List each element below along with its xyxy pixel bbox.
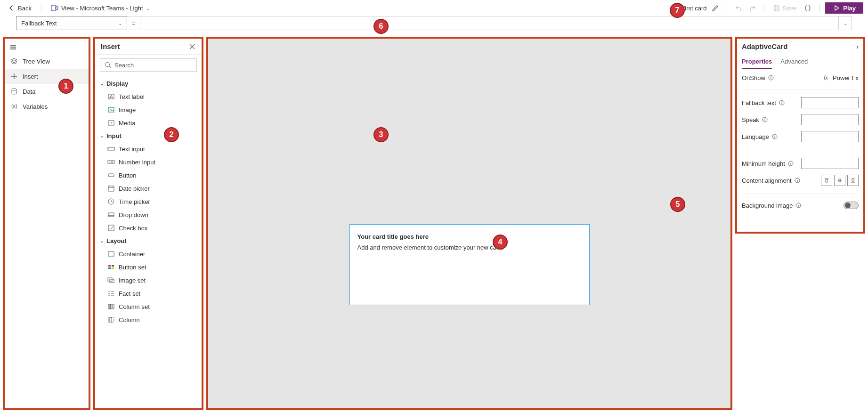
align-top-button[interactable] (821, 175, 832, 186)
item-fact-set[interactable]: Fact set (97, 287, 200, 300)
item-label: Date picker (119, 185, 150, 192)
redo-button[interactable] (747, 2, 758, 14)
prop-label: Background image (742, 202, 793, 209)
group-layout[interactable]: ⌄Layout (97, 235, 200, 247)
svg-text:123: 123 (109, 161, 114, 163)
align-middle-button[interactable] (834, 175, 845, 186)
formula-input[interactable] (140, 16, 839, 30)
nav-insert[interactable]: Insert (5, 69, 89, 84)
item-text-label[interactable]: Text label (97, 90, 200, 103)
prop-label: OnShow (742, 74, 765, 81)
background-image-toggle[interactable] (844, 202, 859, 209)
container-icon (107, 250, 115, 258)
insert-header: Insert (95, 39, 202, 55)
back-button[interactable]: Back (5, 3, 34, 13)
alignment-group (821, 175, 859, 186)
info-icon (795, 202, 801, 208)
play-button[interactable]: Play (825, 2, 863, 14)
insert-body: ⌄Display Text label Image Media ⌄Input T… (95, 75, 202, 408)
group-label: Layout (106, 237, 127, 244)
fallback-text-input[interactable] (801, 97, 859, 108)
item-date-picker[interactable]: Date picker (97, 182, 200, 195)
variable-icon (10, 103, 18, 110)
formula-property-dropdown[interactable]: Fallback Text ⌄ (16, 16, 127, 30)
undo-button[interactable] (733, 2, 744, 14)
item-drop-down[interactable]: Drop down (97, 208, 200, 221)
prop-label: Content alignment (742, 177, 792, 184)
item-label: Check box (119, 225, 147, 232)
prop-fallback-text: Fallback text (742, 97, 859, 108)
prop-label: Fallback text (742, 99, 776, 106)
item-image-set[interactable]: Image set (97, 274, 200, 287)
svg-rect-11 (108, 174, 114, 177)
group-display[interactable]: ⌄Display (97, 77, 200, 90)
image-icon (107, 106, 115, 113)
column-icon (107, 316, 115, 324)
svg-rect-20 (112, 267, 114, 269)
powerfx-label[interactable]: Power Fx (833, 74, 859, 81)
search-icon (104, 61, 112, 69)
braces-icon (804, 4, 811, 12)
properties-header: AdaptiveCard › (737, 39, 863, 54)
canvas[interactable]: Your card title goes here Add and remove… (206, 37, 732, 410)
nav-data[interactable]: Data (5, 84, 89, 99)
insert-search[interactable]: Search (100, 58, 197, 72)
item-container[interactable]: Container (97, 247, 200, 260)
item-text-input[interactable]: Text input (97, 142, 200, 155)
min-height-input[interactable] (801, 158, 859, 169)
item-button-set[interactable]: Button set (97, 260, 200, 274)
speak-input[interactable] (801, 114, 859, 125)
annotation-badge-3: 3 (373, 127, 389, 142)
code-button[interactable] (802, 2, 813, 14)
columnset-icon (107, 303, 115, 310)
textlabel-icon (107, 93, 115, 100)
annotation-badge-1: 1 (58, 79, 73, 94)
chevron-right-icon[interactable]: › (856, 43, 859, 50)
card-subtitle: Add and remove element to customize your… (357, 244, 582, 251)
nav-tree-view[interactable]: Tree View (5, 54, 89, 69)
align-bottom-button[interactable] (847, 175, 859, 186)
search-placeholder: Search (114, 62, 134, 69)
edit-name-button[interactable] (710, 2, 721, 14)
chevron-down-icon: ⌄ (100, 81, 104, 86)
formula-expand-button[interactable]: ⌄ (839, 16, 852, 30)
formula-bar: Fallback Text ⌄ = ⌄ (0, 16, 868, 30)
prop-speak: Speak (742, 114, 859, 125)
insert-panel: Insert Search ⌄Display Text label Image … (93, 37, 203, 410)
annotation-badge-5: 5 (670, 197, 685, 212)
tab-properties[interactable]: Properties (742, 54, 772, 69)
svg-rect-19 (108, 267, 111, 269)
formula-property-label: Fallback Text (21, 20, 57, 27)
left-nav-toggle[interactable] (5, 40, 89, 54)
chevron-down-icon: ⌄ (146, 6, 150, 11)
item-media[interactable]: Media (97, 116, 200, 130)
checkbox-icon (107, 224, 115, 232)
item-label: Time picker (119, 198, 150, 205)
group-input[interactable]: ⌄Input (97, 130, 200, 142)
item-image[interactable]: Image (97, 103, 200, 116)
save-button[interactable]: Save (770, 4, 800, 12)
tab-advanced[interactable]: Advanced (780, 54, 808, 69)
item-button[interactable]: Button (97, 169, 200, 182)
language-input[interactable] (801, 131, 859, 142)
nav-variables[interactable]: Variables (5, 99, 89, 114)
item-check-box[interactable]: Check box (97, 221, 200, 235)
align-bottom-icon (850, 178, 856, 183)
card-preview[interactable]: Your card title goes here Add and remove… (349, 224, 590, 305)
item-number-input[interactable]: 123Number input (97, 155, 200, 169)
button-icon (107, 171, 115, 179)
prop-content-alignment: Content alignment (742, 175, 859, 186)
group-label: Input (106, 132, 122, 139)
close-icon[interactable] (188, 43, 196, 50)
teams-icon (51, 4, 58, 12)
item-time-picker[interactable]: Time picker (97, 195, 200, 208)
clock-icon (107, 198, 115, 205)
hamburger-icon (9, 43, 17, 51)
prop-label: Minimum height (742, 160, 785, 167)
info-icon (772, 134, 778, 139)
item-label: Text label (119, 93, 145, 100)
item-column[interactable]: Column (97, 313, 200, 326)
view-dropdown[interactable]: View - Microsoft Teams - Light ⌄ (48, 3, 153, 13)
item-column-set[interactable]: Column set (97, 300, 200, 313)
annotation-badge-6: 6 (373, 19, 389, 34)
